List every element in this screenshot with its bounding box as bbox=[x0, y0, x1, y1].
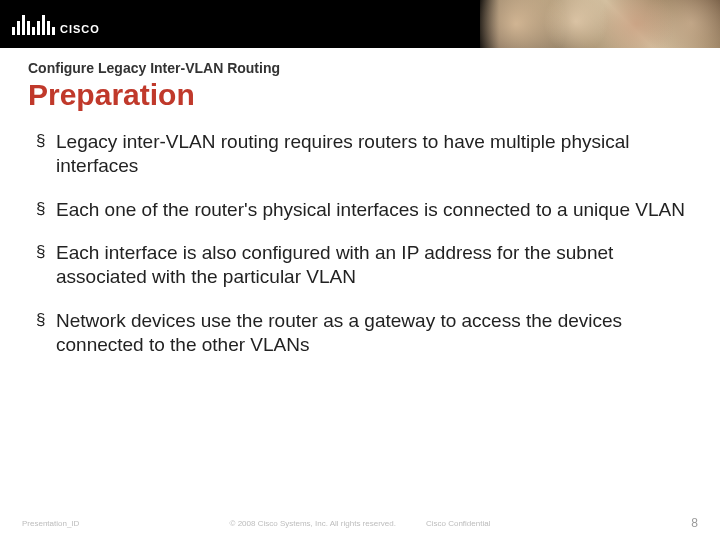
list-item: Legacy inter-VLAN routing requires route… bbox=[36, 130, 692, 178]
slide-footer: Presentation_ID © 2008 Cisco Systems, In… bbox=[0, 516, 720, 530]
slide-content: Configure Legacy Inter-VLAN Routing Prep… bbox=[0, 48, 720, 356]
footer-copyright: © 2008 Cisco Systems, Inc. All rights re… bbox=[230, 519, 396, 528]
footer-presentation-id: Presentation_ID bbox=[22, 519, 79, 528]
list-item: Network devices use the router as a gate… bbox=[36, 309, 692, 357]
bullet-list: Legacy inter-VLAN routing requires route… bbox=[28, 130, 692, 356]
footer-confidential: Cisco Confidential bbox=[426, 519, 490, 528]
cisco-logo-text: CISCO bbox=[60, 23, 100, 35]
header-photo-strip bbox=[480, 0, 720, 48]
cisco-logo: CISCO bbox=[12, 13, 100, 35]
slide-header: CISCO bbox=[0, 0, 720, 48]
slide-subtitle: Configure Legacy Inter-VLAN Routing bbox=[28, 60, 692, 76]
slide-title: Preparation bbox=[28, 78, 692, 112]
list-item: Each one of the router's physical interf… bbox=[36, 198, 692, 222]
footer-page-number: 8 bbox=[691, 516, 698, 530]
list-item: Each interface is also configured with a… bbox=[36, 241, 692, 289]
cisco-logo-bars-icon bbox=[12, 13, 55, 35]
